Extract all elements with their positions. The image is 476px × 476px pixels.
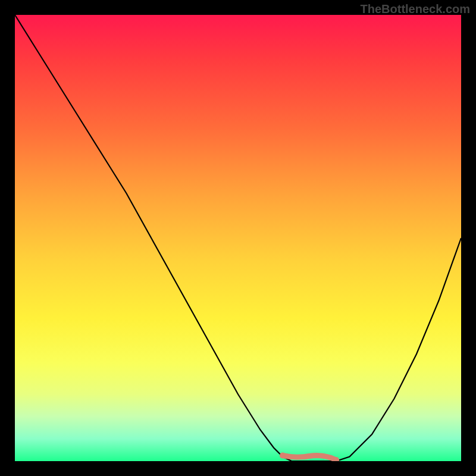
plot-area bbox=[15, 15, 461, 461]
watermark-text: TheBottleneck.com bbox=[361, 2, 470, 16]
curve-svg bbox=[15, 15, 461, 461]
flat-region-highlight bbox=[283, 455, 336, 460]
flat-region-dot-left bbox=[280, 453, 286, 459]
bottleneck-curve-path bbox=[15, 15, 461, 461]
